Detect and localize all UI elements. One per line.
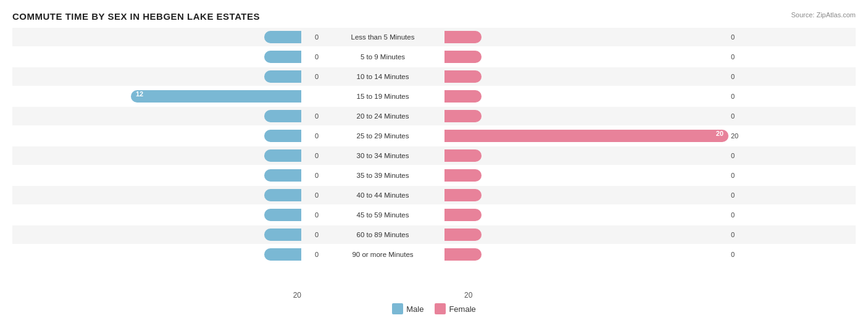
male-bar: [264, 130, 301, 142]
male-swatch: [392, 303, 403, 314]
row-label: 40 to 44 Minutes: [321, 191, 444, 199]
female-value: 0: [731, 191, 748, 199]
chart-area: 0Less than 5 Minutes005 to 9 Minutes0010…: [12, 28, 856, 287]
female-value: 0: [731, 73, 748, 80]
female-label: Female: [449, 304, 475, 314]
male-bar: 12: [131, 90, 301, 103]
female-value: 0: [731, 112, 748, 120]
row-label: 45 to 59 Minutes: [321, 211, 444, 219]
male-value: 0: [301, 112, 319, 120]
left-bar-container: 0: [12, 48, 321, 66]
chart-row: 060 to 89 Minutes0: [12, 225, 856, 244]
right-bar-container: 0: [444, 28, 753, 46]
row-label: 20 to 24 Minutes: [321, 112, 444, 120]
male-bar: [264, 189, 301, 201]
male-value: 0: [301, 231, 319, 238]
female-value: 0: [731, 231, 748, 238]
row-label: 15 to 19 Minutes: [321, 93, 444, 100]
male-bar: [264, 70, 301, 83]
left-bar-container: 12: [12, 87, 321, 106]
legend-female: Female: [435, 303, 475, 314]
female-value: 0: [731, 152, 748, 159]
chart-row: 020 to 24 Minutes0: [12, 107, 856, 125]
axis-left: 20: [12, 291, 321, 300]
male-bar: [264, 248, 301, 261]
male-value: 0: [301, 211, 319, 219]
female-value: 0: [731, 33, 748, 41]
male-value: 0: [301, 191, 319, 199]
right-bar-container: 0: [444, 206, 753, 224]
female-value: 20: [731, 132, 748, 140]
female-bar: [444, 209, 482, 221]
female-bar: [444, 90, 482, 103]
female-value: 0: [731, 53, 748, 61]
female-bar: [444, 51, 482, 63]
female-bar: [444, 70, 482, 83]
right-bar-container: 0: [444, 225, 753, 244]
male-bar: [264, 110, 301, 122]
female-value: 0: [731, 172, 748, 179]
chart-row: 1215 to 19 Minutes0: [12, 87, 856, 106]
male-bar: [264, 229, 301, 241]
legend-male: Male: [392, 303, 424, 314]
chart-row: 010 to 14 Minutes0: [12, 67, 856, 86]
female-bar: [444, 169, 482, 182]
male-bar: [264, 51, 301, 63]
chart-title: COMMUTE TIME BY SEX IN HEBGEN LAKE ESTAT…: [12, 11, 856, 22]
right-bar-container: 0: [444, 48, 753, 66]
axis-row: 20 20: [12, 291, 856, 300]
row-label: 5 to 9 Minutes: [321, 53, 444, 61]
left-bar-container: 0: [12, 28, 321, 46]
male-value: 0: [301, 73, 319, 80]
male-bar: [264, 31, 301, 43]
chart-container: COMMUTE TIME BY SEX IN HEBGEN LAKE ESTAT…: [0, 0, 868, 323]
female-bar: [444, 149, 482, 162]
chart-row: 090 or more Minutes0: [12, 245, 856, 264]
right-bar-container: 0: [444, 67, 753, 86]
row-label: 60 to 89 Minutes: [321, 231, 444, 238]
source-label: Source: ZipAtlas.com: [791, 11, 856, 19]
left-bar-container: 0: [12, 225, 321, 244]
right-bar-container: 0: [444, 107, 753, 125]
right-bar-container: 0: [444, 166, 753, 185]
row-label: 30 to 34 Minutes: [321, 152, 444, 159]
male-value: 0: [301, 172, 319, 179]
left-bar-container: 0: [12, 67, 321, 86]
male-label: Male: [406, 304, 424, 314]
male-bar: [264, 169, 301, 182]
female-bar: [444, 248, 482, 261]
right-bar-container: 0: [444, 87, 753, 106]
row-label: Less than 5 Minutes: [321, 33, 444, 41]
female-value: 0: [731, 211, 748, 219]
row-label: 35 to 39 Minutes: [321, 172, 444, 179]
chart-row: 05 to 9 Minutes0: [12, 48, 856, 66]
chart-row: 030 to 34 Minutes0: [12, 146, 856, 165]
legend-row: Male Female: [12, 303, 856, 314]
row-label: 90 or more Minutes: [321, 251, 444, 258]
female-value: 0: [731, 251, 748, 258]
right-bar-container: 0: [444, 186, 753, 204]
female-bar: [444, 110, 482, 122]
female-value: 0: [731, 93, 748, 100]
chart-row: 040 to 44 Minutes0: [12, 186, 856, 204]
right-bar-container: 2020: [444, 127, 753, 145]
left-bar-container: 0: [12, 166, 321, 185]
male-bar: [264, 149, 301, 162]
left-bar-container: 0: [12, 245, 321, 264]
male-value: 0: [301, 53, 319, 61]
male-value: 0: [301, 132, 319, 140]
female-bar: [444, 31, 482, 43]
axis-right: 20: [444, 291, 753, 300]
female-bar: [444, 189, 482, 201]
row-label: 25 to 29 Minutes: [321, 132, 444, 140]
left-bar-container: 0: [12, 127, 321, 145]
left-bar-container: 0: [12, 107, 321, 125]
chart-row: 035 to 39 Minutes0: [12, 166, 856, 185]
chart-row: 045 to 59 Minutes0: [12, 206, 856, 224]
female-bar: [444, 229, 482, 241]
left-bar-container: 0: [12, 146, 321, 165]
left-bar-container: 0: [12, 186, 321, 204]
chart-row: 025 to 29 Minutes2020: [12, 127, 856, 145]
row-label: 10 to 14 Minutes: [321, 73, 444, 80]
male-value: 0: [301, 152, 319, 159]
